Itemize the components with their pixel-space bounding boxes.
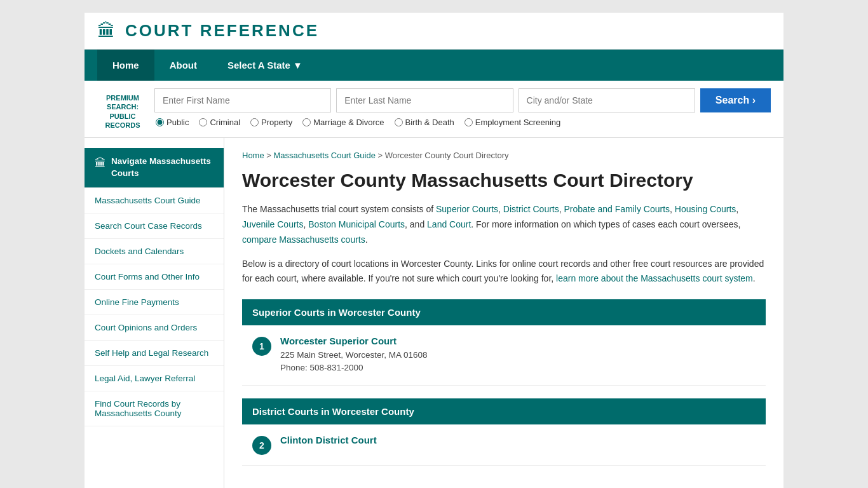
court-item-1: 1 Worcester Superior Court 225 Main Stre… — [242, 325, 766, 386]
sidebar-item-legal-aid[interactable]: Legal Aid, Lawyer Referral — [85, 366, 224, 391]
nav-select-state[interactable]: Select A State ▼ — [212, 50, 318, 81]
page-title: Worcester County Massachusetts Court Dir… — [242, 169, 766, 192]
premium-label: PREMIUM SEARCH: PUBLIC RECORDS — [97, 88, 148, 130]
court-number-d1: 2 — [252, 436, 271, 455]
page-content: Home > Massachusetts Court Guide > Worce… — [224, 138, 783, 488]
breadcrumb: Home > Massachusetts Court Guide > Worce… — [242, 151, 766, 160]
search-inputs: Search › — [154, 88, 771, 112]
main-content: 🏛 Navigate Massachusetts Courts Massachu… — [85, 138, 783, 488]
superior-courts-header: Superior Courts in Worcester County — [242, 299, 766, 325]
court-name-d1[interactable]: Clinton District Court — [280, 435, 756, 445]
courthouse-icon: 🏛 — [95, 157, 106, 170]
info-paragraph: Below is a directory of court locations … — [242, 257, 766, 287]
sidebar-item-fine-payments[interactable]: Online Fine Payments — [85, 290, 224, 315]
breadcrumb-current: Worcester County Court Directory — [385, 151, 509, 160]
city-state-input[interactable] — [519, 88, 695, 112]
court-name-1[interactable]: Worcester Superior Court — [280, 336, 756, 346]
sidebar-item-self-help[interactable]: Self Help and Legal Research — [85, 341, 224, 366]
sidebar-navigate-label: Navigate Massachusetts Courts — [111, 156, 214, 180]
court-info-d1: Clinton District Court — [280, 435, 756, 448]
court-item-district-1: 2 Clinton District Court — [242, 424, 766, 466]
site-header: 🏛 COURT REFERENCE — [85, 13, 783, 50]
nav-about[interactable]: About — [154, 50, 212, 81]
district-courts-section: District Courts in Worcester County 2 Cl… — [242, 398, 766, 466]
radio-property[interactable]: Property — [250, 118, 292, 127]
link-boston-municipal[interactable]: Boston Municipal Courts — [308, 219, 405, 229]
nav-home[interactable]: Home — [97, 50, 154, 81]
intro-text-2: . For more information on which types of… — [471, 219, 740, 229]
intro-paragraph: The Massachusetts trial court system con… — [242, 202, 766, 247]
breadcrumb-state-guide[interactable]: Massachusetts Court Guide — [274, 151, 376, 160]
sidebar: 🏛 Navigate Massachusetts Courts Massachu… — [85, 138, 224, 488]
main-navigation: Home About Select A State ▼ — [85, 50, 783, 81]
link-superior-courts[interactable]: Superior Courts — [436, 204, 498, 214]
search-button[interactable]: Search › — [700, 88, 771, 112]
logo-icon: 🏛 — [97, 20, 115, 41]
sidebar-item-navigate[interactable]: 🏛 Navigate Massachusetts Courts — [85, 148, 224, 188]
radio-birth[interactable]: Birth & Death — [395, 118, 454, 127]
search-fields: Search › Public Criminal Property Marria… — [154, 88, 771, 127]
page-wrapper: 🏛 COURT REFERENCE Home About Select A St… — [0, 0, 868, 488]
court-phone-1: Phone: 508-831-2000 — [280, 362, 756, 374]
site-container: 🏛 COURT REFERENCE Home About Select A St… — [85, 13, 783, 488]
link-land-court[interactable]: Land Court — [427, 219, 471, 229]
link-housing-courts[interactable]: Housing Courts — [675, 204, 736, 214]
sidebar-item-guide[interactable]: Massachusetts Court Guide — [85, 188, 224, 214]
link-district-courts[interactable]: District Courts — [503, 204, 559, 214]
link-probate-courts[interactable]: Probate and Family Courts — [564, 204, 670, 214]
search-bar: PREMIUM SEARCH: PUBLIC RECORDS Search › … — [85, 81, 783, 138]
link-learn-more[interactable]: learn more about the Massachusetts court… — [556, 273, 753, 283]
sidebar-item-opinions[interactable]: Court Opinions and Orders — [85, 315, 224, 341]
court-info-1: Worcester Superior Court 225 Main Street… — [280, 336, 756, 375]
intro-text-3: . — [365, 234, 368, 245]
last-name-input[interactable] — [336, 88, 513, 112]
link-compare-courts[interactable]: compare Massachusetts courts — [242, 234, 365, 245]
search-radios: Public Criminal Property Marriage & Divo… — [154, 118, 771, 127]
court-address-1: 225 Main Street, Worcester, MA 01608 — [280, 349, 756, 362]
link-juvenile-courts[interactable]: Juvenile Courts — [242, 219, 304, 229]
radio-public[interactable]: Public — [156, 118, 189, 127]
logo-text: COURT REFERENCE — [125, 21, 319, 41]
sidebar-item-forms[interactable]: Court Forms and Other Info — [85, 264, 224, 290]
info-text-2: . — [753, 273, 756, 283]
intro-text-1: The Massachusetts trial court system con… — [242, 204, 436, 214]
sidebar-item-dockets[interactable]: Dockets and Calendars — [85, 239, 224, 264]
sidebar-item-find-records[interactable]: Find Court Records by Massachusetts Coun… — [85, 391, 224, 426]
district-courts-header: District Courts in Worcester County — [242, 398, 766, 424]
sidebar-item-case-records[interactable]: Search Court Case Records — [85, 214, 224, 239]
radio-employment[interactable]: Employment Screening — [465, 118, 560, 127]
radio-marriage[interactable]: Marriage & Divorce — [302, 118, 384, 127]
breadcrumb-home[interactable]: Home — [242, 151, 264, 160]
first-name-input[interactable] — [154, 88, 331, 112]
court-number-1: 1 — [252, 337, 271, 356]
radio-criminal[interactable]: Criminal — [199, 118, 240, 127]
